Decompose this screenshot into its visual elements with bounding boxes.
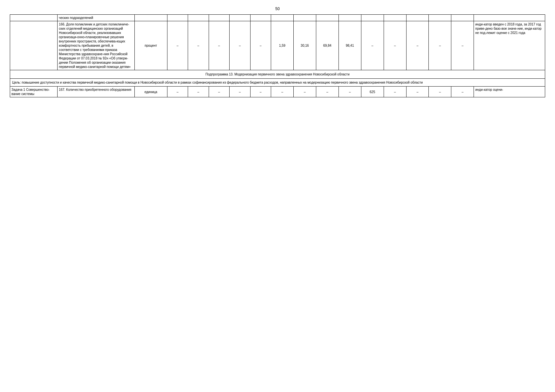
cell-r2-c15: – [406, 21, 429, 70]
cell-r1-c14 [384, 15, 406, 21]
cell-r2-c9: 1,59 [271, 21, 293, 70]
cell-task-c13: 625 [361, 87, 384, 97]
cell-r2-c7: – [230, 21, 250, 70]
cell-r1-c5 [188, 15, 209, 21]
cell-task-c14: – [384, 87, 406, 97]
cell-r1-c15 [406, 15, 429, 21]
cell-r2-c11: 69,84 [316, 21, 338, 70]
cell-r2-c4: – [167, 21, 188, 70]
cell-r2-c12: 98,41 [338, 21, 361, 70]
cell-r2-c5: – [188, 21, 209, 70]
cell-task-c11: – [316, 87, 338, 97]
cell-r2-c10: 30,16 [293, 21, 316, 70]
cell-r1-c7 [230, 15, 250, 21]
table-row-167: Задача 1 Совершенство-вание системы 167.… [10, 87, 545, 97]
cell-task-c4: – [167, 87, 188, 97]
cell-task-c8: – [250, 87, 271, 97]
cell-r1-c17 [451, 15, 474, 21]
cell-task-c10: – [293, 87, 316, 97]
table-row-166: 166. Доля поликлиник и детских поликлини… [10, 21, 545, 70]
subprogram-text: Подпрограмма 13. Модернизация первичного… [10, 70, 545, 79]
cell-r1-c8 [250, 15, 271, 21]
subprogram-row: Подпрограмма 13. Модернизация первичного… [10, 70, 545, 79]
page-number: 50 [10, 7, 545, 11]
cell-task-c3: единица [134, 87, 167, 97]
cell-r1-c16 [429, 15, 451, 21]
cell-r1-c4 [167, 15, 188, 21]
cell-task-c16: – [429, 87, 451, 97]
cell-r1-c3 [134, 15, 167, 21]
cell-r1-c18 [474, 15, 545, 21]
cell-r2-c13: – [361, 21, 384, 70]
cell-task-c5: – [188, 87, 209, 97]
main-table: ческих подразделений 166. Доля поликлини… [10, 14, 545, 97]
cell-task-c18: инди-катор оцени- [474, 87, 545, 97]
cell-r1-c6 [209, 15, 229, 21]
cell-r2-c2: 166. Доля поликлиник и детских поликлини… [58, 21, 135, 70]
cell-task-c1: Задача 1 Совершенство-вание системы [10, 87, 58, 97]
cell-r1-c10 [293, 15, 316, 21]
goal-row: Цель: повышение доступности и качества п… [10, 79, 545, 87]
cell-task-c12: – [338, 87, 361, 97]
cell-task-c7: – [230, 87, 250, 97]
goal-text: Цель: повышение доступности и качества п… [10, 79, 545, 87]
cell-task-c9: – [271, 87, 293, 97]
table-row-cheskikh: ческих подразделений [10, 15, 545, 21]
cell-task-c15: – [406, 87, 429, 97]
cell-r1-c13 [361, 15, 384, 21]
cell-r2-c3: процент [134, 21, 167, 70]
cell-r2-c6: – [209, 21, 229, 70]
cell-task-c6: – [209, 87, 229, 97]
cell-task-c17: – [451, 87, 474, 97]
page: 50 ческих подразделений 166. Дол [0, 0, 555, 392]
cell-r2-c8: – [250, 21, 271, 70]
cell-r2-c17: – [451, 21, 474, 70]
cell-r1-c9 [271, 15, 293, 21]
cell-r2-c16: – [429, 21, 451, 70]
cell-r2-c14: – [384, 21, 406, 70]
cell-r1-c2: ческих подразделений [58, 15, 135, 21]
cell-task-c2: 167. Количество приобретенного оборудова… [58, 87, 135, 97]
cell-r1-c11 [316, 15, 338, 21]
cell-r2-c18: инди-катор введен с 2018 года, за 2017 г… [474, 21, 545, 70]
cell-r1-c12 [338, 15, 361, 21]
cell-r2-c1 [10, 21, 58, 70]
cell-r1-c1 [10, 15, 58, 21]
